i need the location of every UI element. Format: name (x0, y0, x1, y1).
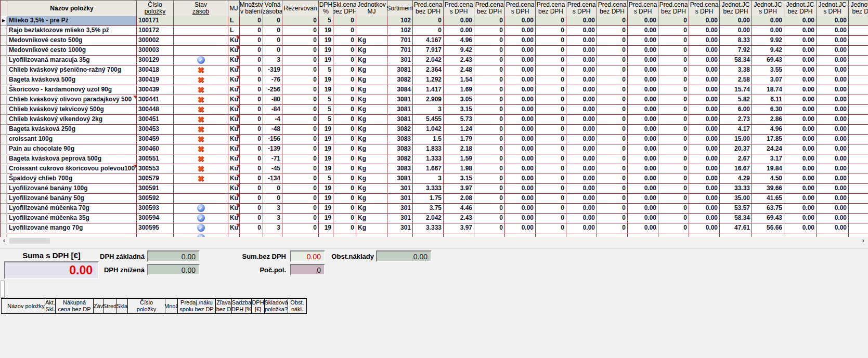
cell-pred5-bez: 0 (658, 135, 689, 144)
column-header-pred4-bez[interactable]: Pred.cenabez DPH (597, 1, 628, 16)
column-header-cislo[interactable]: Číslopoložky (137, 1, 174, 16)
column-header-sel[interactable] (1, 1, 7, 16)
column-header-pred1-bez[interactable]: Pred.cenabez DPH (413, 1, 444, 16)
detail-column-header-zavod[interactable]: Záv (93, 298, 103, 314)
row-selector[interactable] (1, 85, 7, 95)
detail-column-header-akt-skl[interactable]: Akt.Skl. (45, 298, 56, 314)
column-header-mnozstvo[interactable]: Množstvv balení (240, 1, 263, 16)
column-header-dph[interactable]: DPH% (319, 1, 333, 16)
detail-column-header-predaj-spolu[interactable]: Predaj./nákuspolu bez DP (177, 298, 216, 314)
row-selector[interactable] (1, 223, 7, 233)
row-selector[interactable] (1, 56, 7, 65)
cell-nazov: Rajo bezlaktozove mlieko 3,5% pž (7, 26, 137, 36)
table-row[interactable]: Medovníkové cesto 500g300002Ku000190Kg70… (1, 36, 868, 46)
column-header-pred5-s[interactable]: Pred.cenas DPH (689, 1, 720, 16)
scroll-right-icon[interactable]: › (860, 237, 867, 245)
cell-jednot2-s: 0.00 (817, 95, 849, 105)
row-selector[interactable] (1, 144, 7, 154)
column-header-jednot1-s[interactable]: Jednot.JCs DPH (752, 1, 784, 16)
table-row[interactable]: Lyofilizované banány 50g300592Ku000190Kg… (1, 194, 868, 204)
table-row[interactable]: Rajo bezlaktozove mlieko 3,5% pž100172L0… (1, 26, 868, 36)
row-selector[interactable] (1, 26, 7, 36)
detail-column-header-skladova-polozka[interactable]: Skladovápoložka? (264, 298, 288, 314)
row-selector[interactable] (1, 36, 7, 46)
detail-column-header-nakupna-cena[interactable]: Nákupnácena bez DP (55, 298, 94, 314)
table-row[interactable]: Bageta kvásková 500g300419✖Ku0-760190Kg3… (1, 75, 868, 85)
current-row-marker[interactable]: ▶ (1, 16, 7, 26)
row-selector[interactable] (1, 174, 7, 184)
scroll-left-icon[interactable]: ‹ (1, 237, 8, 245)
stock-error-icon: ✖ (174, 125, 228, 134)
column-header-nazov[interactable]: Názov položky (7, 1, 137, 16)
column-header-jednot3-bez[interactable]: Jednot.JCbez DPH (849, 1, 868, 16)
column-header-pred2-bez[interactable]: Pred.cenabez DPH (474, 1, 505, 16)
table-row[interactable]: Lyofilizované mango 70g300595✓Ku030190Kg… (1, 223, 868, 233)
table-row[interactable]: Chlieb kváskový pšenično-ražný 700g30041… (1, 65, 868, 75)
table-row[interactable]: Špaldový chlieb 700g300579✖Ku0-134050Kg3… (1, 174, 868, 184)
row-selector[interactable] (1, 105, 7, 115)
table-row[interactable]: Lyofilizované banány 100g300591Ku000190K… (1, 184, 868, 194)
column-header-pred4-s[interactable]: Pred.cenas DPH (628, 1, 658, 16)
column-header-pred1-s[interactable]: Pred.cenas DPH (444, 1, 474, 16)
cell-jednot3-bez (849, 154, 868, 164)
table-row[interactable]: Bageta kvásková peprová 500g300551✖Ku0-7… (1, 154, 868, 164)
detail-column-header-zlava[interactable]: Zľavabez D (215, 298, 232, 314)
sum-bez-dph-label: Sum.bez DPH (242, 253, 286, 260)
table-row[interactable]: Chlieb kváskový tekvicový 500g300448✖Ku0… (1, 105, 868, 115)
row-selector[interactable] (1, 164, 7, 174)
cell-stav: ✖ (174, 95, 228, 105)
column-header-volna[interactable]: Voľnázásoba (263, 1, 282, 16)
horizontal-scrollbar[interactable]: ‹ › (0, 237, 868, 245)
detail-column-header-nazov[interactable]: Názov položky (7, 298, 45, 314)
table-row[interactable]: croissant 100g300459✖Ku0-1560190Kg30831.… (1, 135, 868, 144)
table-row[interactable]: Lyofilizovaná maracuja 35g300129✓Ku03019… (1, 56, 868, 65)
row-selector[interactable] (1, 184, 7, 194)
table-row[interactable]: Chlieb kváskový víkendový 2kg300451✖Ku0-… (1, 115, 868, 125)
cell-cislo: 300003 (137, 46, 174, 56)
row-selector[interactable] (1, 204, 7, 214)
row-selector[interactable] (1, 135, 7, 144)
cell-pred1-s: 4.46 (444, 204, 474, 214)
row-selector[interactable] (1, 154, 7, 164)
detail-column-header-dph-eur[interactable]: DPH[€] (251, 298, 265, 314)
table-row[interactable]: ✓ (1, 233, 868, 237)
row-selector[interactable] (1, 194, 7, 204)
column-header-jednot2-bez[interactable]: Jednot.JCbez DPH (784, 1, 817, 16)
row-selector[interactable] (1, 65, 7, 75)
column-header-pred3-s[interactable]: Pred.cenas DPH (566, 1, 597, 16)
table-row[interactable]: Medovníkové cesto 1000g300003Ku000190Kg7… (1, 46, 868, 56)
column-header-pred5-bez[interactable]: Pred.cenabez DPH (658, 1, 689, 16)
row-selector[interactable] (1, 125, 7, 135)
table-row[interactable]: Bageta kvásková 250g300453✖Ku0-480190Kg3… (1, 125, 868, 135)
table-row[interactable]: Croissant cukrovo škoricovou polevou1003… (1, 164, 868, 174)
table-row[interactable]: Škoricovo - kardamonový uzol 90g300439✖K… (1, 85, 868, 95)
column-header-jednotkova-mj[interactable]: JednotkovMJ (356, 1, 387, 16)
row-selector[interactable] (1, 75, 7, 85)
column-header-jednot1-bez[interactable]: Jednot.JCbez DPH (720, 1, 752, 16)
table-row[interactable]: Lyofilizované múčenka 35g300594✓Ku030190… (1, 214, 868, 223)
column-header-jednot2-s[interactable]: Jednot.JCs DPH (817, 1, 849, 16)
column-header-stav[interactable]: Stavzásob (174, 1, 228, 16)
detail-column-header-cislo-polozky[interactable]: Číslopoložky (127, 298, 165, 314)
scrollbar-thumb[interactable] (9, 238, 50, 244)
column-header-pred3-bez[interactable]: Pred.cenabez DPH (536, 1, 566, 16)
row-selector[interactable] (1, 214, 7, 223)
row-selector[interactable] (1, 95, 7, 105)
column-header-rezervovane[interactable]: Rezervovan (282, 1, 319, 16)
cell-cislo: 300453 (137, 125, 174, 135)
table-row[interactable]: Pain au chocolate 90g300460✖Ku0-1390190K… (1, 144, 868, 154)
table-row[interactable]: Lyofilizované múčenka 70g300593✓Ku030190… (1, 204, 868, 214)
table-row[interactable]: Chlieb kváskový olivovo paradajkový 5003… (1, 95, 868, 105)
column-header-sortiment[interactable]: Sortiment (387, 1, 413, 16)
table-row[interactable]: ▶Mlieko 3,5% - pre Pž100171L0005010200.0… (1, 16, 868, 26)
detail-column-header-sklad[interactable]: Skla (116, 298, 128, 314)
row-selector[interactable] (1, 115, 7, 125)
detail-column-header-obst-nakl[interactable]: Obst.nákl. (288, 298, 307, 314)
row-selector[interactable] (1, 46, 7, 56)
column-header-mj[interactable]: MJ (228, 1, 240, 16)
column-header-sklcena[interactable]: Skl.cenabez DPH (333, 1, 356, 16)
detail-column-header-mnozstvo[interactable]: Množ (165, 298, 178, 314)
detail-column-header-stredisko[interactable]: Stred (103, 298, 116, 314)
detail-column-header-sadzba-dph[interactable]: SadzbaDPH [% (231, 298, 252, 314)
column-header-pred2-s[interactable]: Pred.cenas DPH (505, 1, 536, 16)
